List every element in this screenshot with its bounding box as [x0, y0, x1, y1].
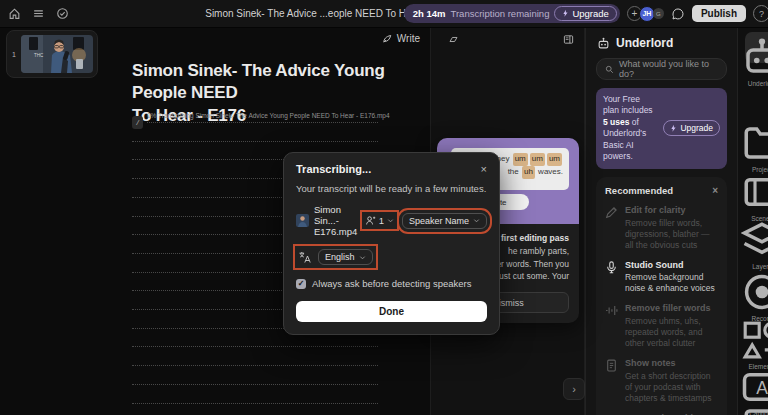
- layers-icon: [741, 219, 768, 261]
- mic-icon: [605, 261, 618, 274]
- placeholder-line: [132, 141, 378, 142]
- chevron-down-icon: [473, 217, 480, 224]
- rail-item-label: Layers: [741, 263, 768, 270]
- free-plan-text: Your Free plan includes 5 uses of Underl…: [603, 94, 657, 163]
- rail-item-scenes[interactable]: Scenes: [741, 171, 768, 222]
- placeholder-line: [147, 122, 378, 123]
- ai-action-item[interactable]: Studio SoundRemove background noise & en…: [605, 260, 718, 295]
- thumb-overlay-text: THC: [34, 53, 44, 58]
- scenes-icon: [741, 171, 768, 213]
- speaker-count-value: 1: [379, 215, 384, 226]
- free-plan-banner: Your Free plan includes 5 uses of Underl…: [596, 88, 727, 169]
- rail-item-underlord[interactable]: Underlord: [741, 36, 768, 87]
- svg-text:A: A: [756, 378, 768, 398]
- menu-icon[interactable]: [32, 7, 45, 20]
- underlord-title: Underlord: [616, 36, 673, 50]
- filler-icon: [605, 304, 618, 317]
- sync-status-icon[interactable]: [56, 7, 69, 20]
- placeholder-line: [132, 346, 378, 347]
- upgrade-button-sidebar[interactable]: Upgrade: [663, 120, 720, 136]
- folder-icon: [741, 122, 768, 164]
- avatar-small[interactable]: G: [653, 8, 664, 19]
- notes-icon: [605, 359, 618, 372]
- ai-action-desc: Remove uhms, uhs, repeated words, and ot…: [625, 316, 718, 349]
- speaker-name-value: Speaker Name: [409, 216, 469, 226]
- speaker-count-dropdown[interactable]: 1: [365, 215, 394, 226]
- filler-word-chip: um: [547, 153, 562, 166]
- ai-action-desc: Get a short description of your podcast …: [625, 371, 718, 404]
- comments-icon[interactable]: [671, 7, 685, 21]
- filler-word-chip: uh: [522, 166, 535, 179]
- placeholder-line: [132, 365, 378, 366]
- rail-item-elements[interactable]: Elements: [741, 319, 768, 370]
- home-icon[interactable]: [8, 7, 21, 20]
- remaining-label: Transcription remaining: [451, 8, 550, 19]
- close-icon[interactable]: ×: [481, 164, 487, 175]
- language-dropdown[interactable]: English: [318, 249, 373, 265]
- language-icon: [298, 251, 311, 264]
- recommended-header: Recommended: [605, 185, 673, 196]
- lightning-icon: [670, 124, 677, 133]
- always-ask-checkbox[interactable]: ✓: [296, 279, 306, 289]
- placeholder-line: [132, 403, 378, 404]
- ai-action-item[interactable]: Show notesGet a short description of you…: [605, 358, 718, 404]
- flip-canvas-icon[interactable]: [448, 34, 459, 45]
- ai-action-item[interactable]: Remove filler wordsRemove uhms, uhs, rep…: [605, 303, 718, 349]
- rail-item-stock[interactable]: Stock: [741, 404, 768, 415]
- robot-icon: [597, 37, 610, 50]
- topbar-right: 2h 14m Transcription remaining Upgrade +…: [404, 4, 760, 23]
- ai-action-title: Show notes: [625, 358, 718, 370]
- recommended-card: Recommended × Edit for clarityRemove fil…: [596, 177, 727, 415]
- slash-command-chip[interactable]: /: [132, 116, 143, 129]
- write-button[interactable]: Write: [382, 33, 420, 44]
- robot-icon: [741, 36, 768, 78]
- search-icon: [605, 65, 614, 74]
- ai-action-item[interactable]: Edit for clarityRemove filler words, dig…: [605, 205, 718, 251]
- filler-word-chip: um: [530, 153, 545, 166]
- topbar: Simon Sinek- The Advice ...eople NEED To…: [0, 0, 768, 28]
- write-pen-icon: [382, 33, 393, 44]
- search-placeholder: What would you like to do?: [619, 59, 718, 79]
- right-rail: UnderlordProjectScenesLayersRecordElemen…: [737, 28, 768, 415]
- underlord-search-input[interactable]: What would you like to do?: [596, 58, 727, 80]
- ai-action-desc: Remove background noise & enhance voices: [625, 272, 718, 294]
- scene-thumbnail-item[interactable]: 1 THC: [6, 30, 98, 78]
- rail-item-record[interactable]: Record: [741, 271, 768, 322]
- publish-button[interactable]: Publish: [692, 5, 746, 22]
- descript-app: Simon Sinek- The Advice ...eople NEED To…: [0, 0, 768, 415]
- elements-icon: [741, 319, 768, 361]
- underlord-panel: Underlord What would you like to do? You…: [585, 28, 737, 415]
- help-icon[interactable]: ?: [753, 5, 768, 22]
- upgrade-button[interactable]: Upgrade: [554, 6, 616, 21]
- chevron-down-icon: [359, 254, 366, 261]
- expand-panel-button[interactable]: ›: [563, 378, 585, 400]
- speaker-name-dropdown[interactable]: Speaker Name: [402, 213, 487, 229]
- file-row: Simon Sin...- E176.mp4: [296, 204, 365, 237]
- recommended-list: Edit for clarityRemove filler words, dig…: [605, 205, 718, 415]
- write-label: Write: [397, 33, 420, 44]
- rail-item-project[interactable]: Project: [741, 122, 768, 173]
- upgrade-label: Upgrade: [680, 123, 713, 133]
- captions-icon: A: [741, 366, 768, 408]
- avatar-group: + JH G: [627, 6, 664, 22]
- rail-item-layers[interactable]: Layers: [741, 219, 768, 270]
- ai-action-title: Edit for clarity: [625, 205, 718, 217]
- stock-icon: [741, 404, 768, 415]
- close-icon[interactable]: ×: [712, 185, 718, 196]
- file-thumbnail: [296, 214, 309, 227]
- done-button[interactable]: Done: [296, 301, 487, 322]
- pencil-icon: [605, 206, 618, 219]
- dialog-subtitle: Your transcript will be ready in a few m…: [296, 183, 487, 194]
- chevron-down-icon: [387, 217, 394, 224]
- record-icon: [741, 271, 768, 313]
- upgrade-label: Upgrade: [572, 8, 608, 19]
- transcribing-progress-label: 0% Transcribing Simon Sinek- The Advice …: [147, 112, 390, 119]
- scene-number: 1: [7, 51, 21, 58]
- language-control[interactable]: English: [298, 249, 373, 265]
- transcribing-dialog: Transcribing... × Your transcript will b…: [283, 152, 500, 335]
- scene-thumbnail: THC: [21, 35, 93, 73]
- banner-bold: 5 uses: [603, 117, 629, 127]
- file-name: Simon Sin...- E176.mp4: [314, 204, 365, 237]
- always-ask-label: Always ask before detecting speakers: [312, 278, 471, 289]
- layout-icon[interactable]: [563, 34, 574, 45]
